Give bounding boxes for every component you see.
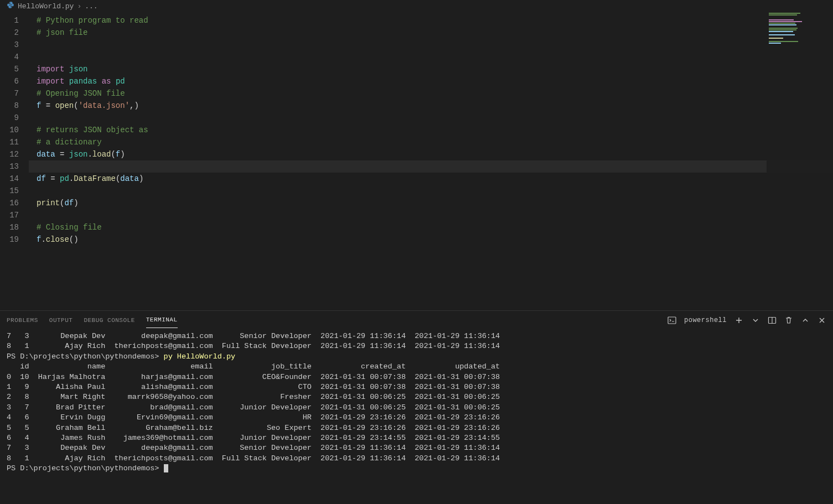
line-number: 14 [0, 173, 29, 185]
panel-tabs: PROBLEMS OUTPUT DEBUG CONSOLE TERMINAL p… [0, 311, 833, 329]
close-panel-icon[interactable] [818, 316, 826, 325]
code-line[interactable]: df = pd.DataFrame(data) [29, 173, 833, 185]
code-line[interactable]: f.close() [29, 233, 833, 246]
line-number-gutter: 12345678910111213141516171819 [0, 12, 29, 310]
tab-problems[interactable]: PROBLEMS [7, 313, 38, 328]
tab-terminal[interactable]: TERMINAL [146, 312, 178, 328]
breadcrumb[interactable]: HelloWorld.py › ... [0, 0, 833, 12]
code-line[interactable]: import pandas as pd [29, 75, 833, 87]
line-number: 19 [0, 233, 29, 246]
code-line[interactable] [29, 112, 833, 124]
line-number: 15 [0, 185, 29, 197]
code-line[interactable]: f = open('data.json',) [29, 100, 833, 112]
code-line[interactable] [29, 51, 833, 63]
minimap[interactable] [767, 12, 833, 310]
new-terminal-icon[interactable] [734, 316, 743, 325]
terminal-output[interactable]: 7 3 Deepak Dev deepak@gmail.com Senior D… [0, 329, 833, 504]
tab-debug-console[interactable]: DEBUG CONSOLE [84, 313, 134, 328]
bottom-panel: PROBLEMS OUTPUT DEBUG CONSOLE TERMINAL p… [0, 310, 833, 504]
terminal-command: py HelloWorld.py [164, 352, 236, 361]
line-number: 3 [0, 39, 29, 51]
line-number: 9 [0, 112, 29, 124]
code-line[interactable]: # a dictionary [29, 136, 833, 148]
code-line[interactable]: data = json.load(f) [29, 148, 833, 160]
code-line[interactable]: # Closing file [29, 221, 833, 233]
line-number: 6 [0, 75, 29, 87]
code-content[interactable]: # Python program to read# json fileimpor… [29, 12, 833, 310]
split-terminal-icon[interactable] [768, 316, 777, 325]
terminal-shell-icon[interactable] [668, 316, 676, 325]
line-number: 7 [0, 87, 29, 100]
line-number: 10 [0, 124, 29, 136]
line-number: 2 [0, 27, 29, 39]
code-line[interactable]: # Python program to read [29, 14, 833, 27]
line-number: 16 [0, 197, 29, 209]
shell-name[interactable]: powershell [684, 316, 727, 324]
kill-terminal-icon[interactable] [784, 316, 793, 325]
code-editor[interactable]: 12345678910111213141516171819 # Python p… [0, 12, 833, 310]
terminal-cursor [164, 464, 168, 472]
line-number: 12 [0, 148, 29, 160]
code-line[interactable]: import json [29, 63, 833, 75]
code-line[interactable]: # returns JSON object as [29, 124, 833, 136]
svg-rect-0 [668, 317, 676, 324]
line-number: 1 [0, 14, 29, 27]
breadcrumb-rest[interactable]: ... [85, 2, 97, 11]
maximize-panel-icon[interactable] [801, 316, 810, 325]
line-number: 5 [0, 63, 29, 75]
breadcrumb-file[interactable]: HelloWorld.py [18, 2, 74, 11]
code-line[interactable] [29, 185, 833, 197]
line-number: 18 [0, 221, 29, 233]
line-number: 4 [0, 51, 29, 63]
line-number: 8 [0, 100, 29, 112]
code-line[interactable] [29, 160, 833, 173]
line-number: 11 [0, 136, 29, 148]
chevron-right-icon: › [77, 2, 81, 11]
chevron-down-icon[interactable] [751, 316, 760, 325]
code-line[interactable]: # json file [29, 27, 833, 39]
python-file-icon [7, 1, 14, 11]
line-number: 17 [0, 209, 29, 221]
code-line[interactable] [29, 209, 833, 221]
code-line[interactable]: print(df) [29, 197, 833, 209]
code-line[interactable]: # Opening JSON file [29, 87, 833, 100]
panel-actions: powershell [668, 316, 826, 325]
code-line[interactable] [29, 39, 833, 51]
line-number: 13 [0, 160, 29, 173]
tab-output[interactable]: OUTPUT [49, 313, 73, 328]
